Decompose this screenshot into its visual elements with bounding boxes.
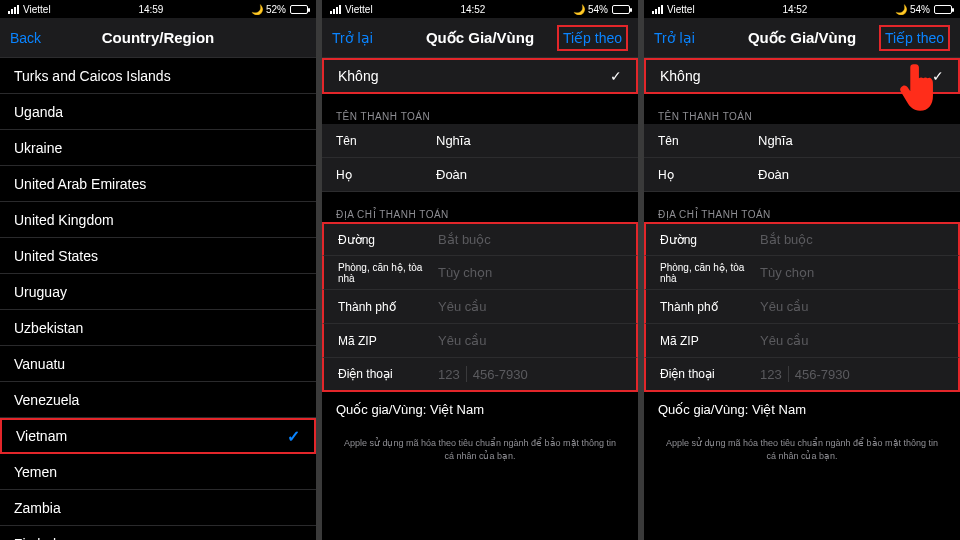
nav-bar: Back Country/Region (0, 18, 316, 58)
settings-form: Không ✓ TÊN THANH TOÁN Tên Nghĩa Họ Đoàn… (322, 58, 638, 540)
country-label: Uzbekistan (14, 320, 83, 336)
country-row[interactable]: Zambia (0, 490, 316, 526)
privacy-footer: Apple sử dụng mã hóa theo tiêu chuẩn ngà… (322, 427, 638, 472)
country-label: Turks and Caicos Islands (14, 68, 171, 84)
zip-field[interactable]: Mã ZIP Yêu cầu (322, 324, 638, 358)
country-label: United Kingdom (14, 212, 114, 228)
country-row[interactable]: United Kingdom (0, 202, 316, 238)
section-header-name: TÊN THANH TOÁN (644, 94, 960, 124)
next-button[interactable]: Tiếp theo (557, 25, 628, 51)
status-bar: Viettel 14:59 🌙 52% (0, 0, 316, 18)
country-row[interactable]: Ukraine (0, 130, 316, 166)
phone-screen-3: Viettel 14:52 🌙 54% Trở lại Quốc Gia/Vùn… (644, 0, 960, 540)
next-button[interactable]: Tiếp theo (879, 25, 950, 51)
country-label: Uruguay (14, 284, 67, 300)
country-label: Yemen (14, 464, 57, 480)
checkmark-icon: ✓ (610, 68, 622, 84)
phone-field[interactable]: Điện thoại 123 456-7930 (644, 358, 960, 392)
section-header-name: TÊN THANH TOÁN (322, 94, 638, 124)
last-name-field[interactable]: Họ Đoàn (644, 158, 960, 192)
section-header-address: ĐỊA CHỈ THANH TOÁN (322, 192, 638, 222)
zip-field[interactable]: Mã ZIP Yêu cầu (644, 324, 960, 358)
checkmark-icon: ✓ (932, 68, 944, 84)
signal-icon (8, 5, 19, 14)
country-region-line: Quốc gia/Vùng: Việt Nam (644, 392, 960, 427)
country-row[interactable]: Vanuatu (0, 346, 316, 382)
clock: 14:52 (782, 4, 807, 15)
street-field[interactable]: Đường Bắt buộc (644, 222, 960, 256)
country-list[interactable]: Turks and Caicos IslandsUgandaUkraineUni… (0, 58, 316, 540)
back-button[interactable]: Trở lại (332, 30, 373, 46)
payment-method-none[interactable]: Không ✓ (644, 58, 960, 94)
country-row[interactable]: Uruguay (0, 274, 316, 310)
apt-field[interactable]: Phòng, căn hộ, tòa nhà Tùy chọn (322, 256, 638, 290)
country-label: Uganda (14, 104, 63, 120)
last-name-field[interactable]: Họ Đoàn (322, 158, 638, 192)
country-row[interactable]: United Arab Emirates (0, 166, 316, 202)
country-label: Venezuela (14, 392, 79, 408)
first-name-field[interactable]: Tên Nghĩa (644, 124, 960, 158)
clock: 14:52 (460, 4, 485, 15)
checkmark-icon: ✓ (287, 427, 300, 446)
payment-method-none[interactable]: Không ✓ (322, 58, 638, 94)
section-header-address: ĐỊA CHỈ THANH TOÁN (644, 192, 960, 222)
battery-icon (934, 5, 952, 14)
battery-pct: 🌙 54% (573, 4, 608, 15)
street-field[interactable]: Đường Bắt buộc (322, 222, 638, 256)
signal-icon (330, 5, 341, 14)
carrier-label: Viettel (667, 4, 695, 15)
country-label: Zimbabwe (14, 536, 79, 541)
country-label: United States (14, 248, 98, 264)
country-label: United Arab Emirates (14, 176, 146, 192)
country-row[interactable]: Turks and Caicos Islands (0, 58, 316, 94)
nav-bar: Trở lại Quốc Gia/Vùng Tiếp theo (322, 18, 638, 58)
carrier-label: Viettel (23, 4, 51, 15)
privacy-footer: Apple sử dụng mã hóa theo tiêu chuẩn ngà… (644, 427, 960, 472)
country-row[interactable]: Vietnam✓ (0, 418, 316, 454)
phone-screen-2: Viettel 14:52 🌙 54% Trở lại Quốc Gia/Vùn… (322, 0, 638, 540)
apt-field[interactable]: Phòng, căn hộ, tòa nhà Tùy chọn (644, 256, 960, 290)
carrier-label: Viettel (345, 4, 373, 15)
status-bar: Viettel 14:52 🌙 54% (644, 0, 960, 18)
nav-bar: Trở lại Quốc Gia/Vùng Tiếp theo (644, 18, 960, 58)
country-region-line: Quốc gia/Vùng: Việt Nam (322, 392, 638, 427)
city-field[interactable]: Thành phố Yêu cầu (322, 290, 638, 324)
country-row[interactable]: Venezuela (0, 382, 316, 418)
battery-pct: 🌙 54% (895, 4, 930, 15)
battery-icon (290, 5, 308, 14)
battery-icon (612, 5, 630, 14)
country-row[interactable]: United States (0, 238, 316, 274)
country-label: Zambia (14, 500, 61, 516)
country-label: Vietnam (16, 428, 67, 444)
back-button[interactable]: Trở lại (654, 30, 695, 46)
settings-form: Không ✓ TÊN THANH TOÁN Tên Nghĩa Họ Đoàn… (644, 58, 960, 540)
country-label: Vanuatu (14, 356, 65, 372)
signal-icon (652, 5, 663, 14)
city-field[interactable]: Thành phố Yêu cầu (644, 290, 960, 324)
page-title: Country/Region (0, 29, 316, 46)
clock: 14:59 (138, 4, 163, 15)
first-name-field[interactable]: Tên Nghĩa (322, 124, 638, 158)
country-row[interactable]: Zimbabwe (0, 526, 316, 540)
country-row[interactable]: Yemen (0, 454, 316, 490)
phone-field[interactable]: Điện thoại 123 456-7930 (322, 358, 638, 392)
status-bar: Viettel 14:52 🌙 54% (322, 0, 638, 18)
country-row[interactable]: Uganda (0, 94, 316, 130)
back-button[interactable]: Back (10, 30, 41, 46)
country-label: Ukraine (14, 140, 62, 156)
phone-screen-1: Viettel 14:59 🌙 52% Back Country/Region … (0, 0, 316, 540)
battery-pct: 🌙 52% (251, 4, 286, 15)
country-row[interactable]: Uzbekistan (0, 310, 316, 346)
